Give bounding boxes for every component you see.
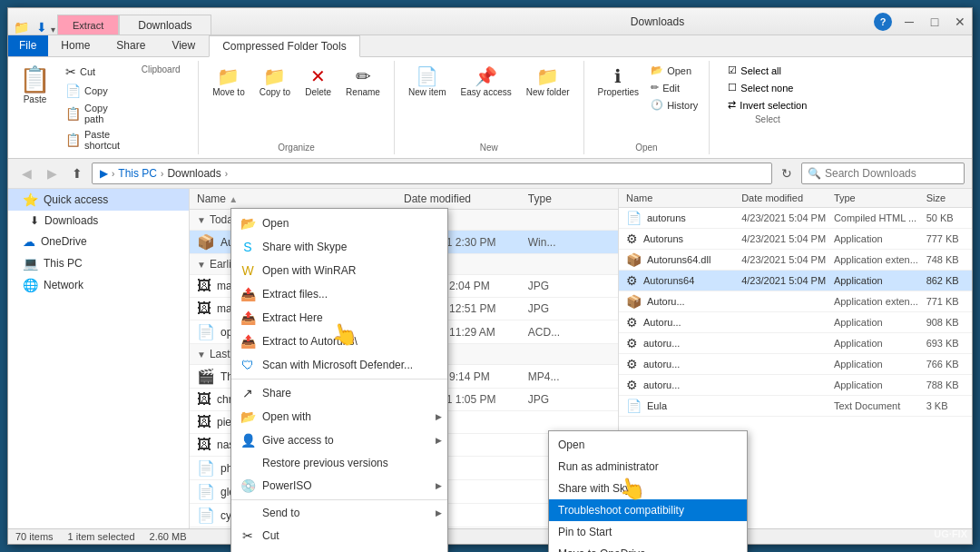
col-date-header[interactable]: Date modified — [404, 192, 528, 205]
file-icon-philip: 📄 — [197, 459, 215, 477]
address-path[interactable]: ▶ › This PC › Downloads › — [92, 163, 772, 184]
invert-label: Invert selection — [740, 100, 807, 111]
file-icon-pietro: 🖼 — [197, 414, 211, 430]
sidebar-item-downloads-link[interactable]: ⬇ Downloads — [8, 211, 189, 231]
ctx-scan-defender[interactable]: 🛡 Scan with Microsoft Defender... — [231, 353, 447, 377]
help-button[interactable]: ? — [874, 13, 892, 31]
properties-button[interactable]: ℹ Properties — [592, 63, 646, 100]
chevron-earlier: ▼ — [197, 260, 206, 270]
easy-access-button[interactable]: 📌 Easy access — [455, 63, 518, 100]
ctx-share[interactable]: ↗ Share — [231, 381, 447, 405]
paste-shortcut-button[interactable]: 📋 Paste shortcut — [62, 127, 123, 153]
inner-row-autoru5[interactable]: 📦 Autoru... Application exten... 771 KB — [619, 291, 972, 312]
ctx-poweriso-label: PowerISO — [262, 479, 312, 492]
ctx2-pin-start[interactable]: Pin to Start — [549, 521, 747, 543]
cut-button[interactable]: ✂ Cut — [62, 63, 123, 81]
up-button[interactable]: ⬆ — [66, 163, 88, 184]
inner-row-autoru7[interactable]: ⚙ autoru... Application 693 KB — [619, 333, 972, 354]
ctx-copy[interactable]: 📋 Copy — [231, 547, 447, 552]
invert-selection-button[interactable]: ⇄ Invert selection — [724, 97, 810, 113]
col-type-header[interactable]: Type — [528, 192, 611, 205]
ctx-extract-files-icon: 📤 — [240, 287, 255, 301]
copy-button[interactable]: 📄 Copy — [62, 82, 123, 100]
inner-type-autoru9: Application — [834, 380, 926, 390]
new-folder-icon: 📁 — [536, 65, 559, 87]
inner-row-autoruns-app[interactable]: ⚙ Autoruns 4/23/2021 5:04 PM Application… — [619, 229, 972, 250]
select-all-button[interactable]: ☑ Select all — [724, 63, 810, 78]
ctx-cut[interactable]: ✂ Cut — [231, 524, 447, 547]
ribbon-tab-home[interactable]: Home — [48, 35, 103, 56]
status-selected: 1 item selected — [68, 531, 135, 542]
history-btn[interactable]: 🕐 History — [647, 97, 701, 113]
inner-row-autoru6[interactable]: ⚙ Autoru... Application 908 KB — [619, 312, 972, 333]
clipboard-small-buttons: ✂ Cut 📄 Copy 📋 Copy path 📋 Paste shortcu… — [58, 63, 127, 153]
ctx-extract-files[interactable]: 📤 Extract files... — [231, 282, 447, 306]
new-item-label: New item — [408, 87, 446, 97]
ctx-restore-versions[interactable]: Restore previous versions — [231, 452, 447, 474]
inner-row-autoru8[interactable]: ⚙ autoru... Application 766 KB — [619, 354, 972, 375]
select-none-button[interactable]: ☐ Select none — [724, 80, 810, 95]
close-button[interactable]: ✕ — [948, 13, 972, 31]
new-item-button[interactable]: 📄 New item — [402, 63, 453, 100]
inner-col-name[interactable]: Name — [626, 192, 741, 203]
forward-button[interactable]: ▶ — [41, 163, 63, 184]
inner-row-autoruns-html[interactable]: 📄 autoruns 4/23/2021 5:04 PM Compiled HT… — [619, 208, 972, 229]
inner-icon-autoru8: ⚙ — [626, 357, 638, 371]
ctx-poweriso[interactable]: 💿 PowerISO — [231, 474, 447, 498]
sidebar-item-this-pc[interactable]: 💻 This PC — [8, 252, 189, 274]
ribbon-tab-compressed[interactable]: Compressed Folder Tools — [209, 35, 360, 57]
ctx2-move-onedrive[interactable]: Move to OneDrive — [549, 543, 747, 552]
ctx2-open[interactable]: Open — [549, 434, 747, 456]
inner-row-autoruns64dll[interactable]: 📦 Autoruns64.dll 4/23/2021 5:04 PM Appli… — [619, 250, 972, 271]
downloads-link-icon: ⬇ — [30, 214, 39, 227]
ctx-share-skype[interactable]: S Share with Skype — [231, 235, 447, 259]
inner-type-autoru6: Application — [834, 317, 926, 328]
edit-icon: ✏ — [651, 82, 659, 94]
paste-button[interactable]: 📋 Paste — [12, 63, 58, 153]
ctx-share-icon: ↗ — [240, 386, 255, 400]
sidebar-item-onedrive[interactable]: ☁ OneDrive — [8, 231, 189, 252]
ctx2-troubleshoot[interactable]: Troubleshoot compatibility — [549, 499, 747, 521]
maximize-button[interactable]: □ — [923, 13, 946, 31]
minimize-button[interactable]: ─ — [897, 13, 921, 31]
rename-button[interactable]: ✏ Rename — [339, 63, 387, 100]
ctx2-run-admin[interactable]: Run as administrator — [549, 456, 747, 478]
inner-icon-autoru5: 📦 — [626, 294, 642, 309]
delete-button[interactable]: ✕ Delete — [299, 63, 338, 100]
inner-row-eula[interactable]: 📄 Eula Text Document 3 KB — [619, 396, 972, 417]
tab-extract[interactable]: Extract — [57, 15, 119, 34]
path-separator-3: › — [225, 169, 228, 179]
ctx-open[interactable]: 📂 Open — [231, 212, 447, 235]
ctx-give-access[interactable]: 👤 Give access to — [231, 429, 447, 452]
ctx-send-to[interactable]: Send to — [231, 502, 447, 524]
inner-row-autoruns64[interactable]: ⚙ Autoruns64 4/23/2021 5:04 PM Applicati… — [619, 271, 972, 291]
inner-col-size[interactable]: Size — [926, 192, 965, 203]
ctx-skype-icon: S — [240, 240, 255, 254]
ribbon-tab-view[interactable]: View — [159, 35, 209, 56]
edit-btn[interactable]: ✏ Edit — [647, 80, 701, 95]
move-to-button[interactable]: 📁 Move to — [206, 63, 251, 100]
sidebar-item-quick-access[interactable]: ⭐ Quick access — [8, 189, 189, 211]
search-input[interactable] — [825, 167, 958, 180]
copy-path-button[interactable]: 📋 Copy path — [62, 101, 123, 126]
title-tabs: 📁 ⬇ ▾ Extract Downloads — [8, 8, 441, 34]
col-name-header[interactable]: Name ▲ — [197, 192, 404, 205]
inner-size-autoru5: 771 KB — [926, 296, 965, 307]
inner-col-date[interactable]: Date modified — [741, 192, 834, 203]
back-button[interactable]: ◀ — [15, 163, 37, 184]
ctx-open-winrar-label: Open with WinRAR — [262, 264, 356, 277]
ctx-open-with[interactable]: 📂 Open with — [231, 405, 447, 429]
refresh-button[interactable]: ↻ — [776, 163, 798, 184]
file-list-header: Name ▲ Date modified Type — [190, 189, 618, 210]
ribbon-tab-share[interactable]: Share — [103, 35, 159, 56]
open-btn[interactable]: 📂 Open — [647, 63, 701, 78]
copy-to-button[interactable]: 📁 Copy to — [253, 63, 297, 100]
ribbon-tab-file[interactable]: File — [8, 35, 48, 56]
inner-col-type[interactable]: Type — [834, 192, 926, 203]
ctx-open-winrar[interactable]: W Open with WinRAR — [231, 259, 447, 282]
new-folder-button[interactable]: 📁 New folder — [520, 63, 576, 100]
tab-downloads[interactable]: Downloads — [119, 15, 211, 34]
inner-row-autoru9[interactable]: ⚙ autoru... Application 788 KB — [619, 375, 972, 396]
sort-arrow: ▲ — [229, 194, 238, 204]
sidebar-item-network[interactable]: 🌐 Network — [8, 274, 189, 296]
